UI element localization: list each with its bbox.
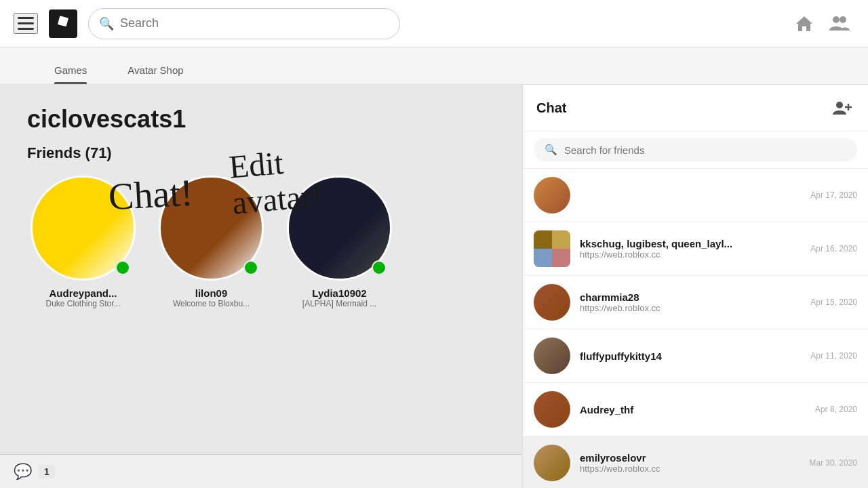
search-container: 🔍 — [88, 8, 400, 39]
chat-info: charmmia28 https://web.roblox.cc — [580, 291, 801, 313]
chat-search-icon: 🔍 — [545, 144, 557, 156]
roblox-logo[interactable] — [49, 9, 77, 38]
nav-item-avatar-shop[interactable]: Avatar Shop — [127, 64, 183, 84]
chat-name: kkschug, lugibest, queen_layl... — [580, 238, 801, 249]
mini-avatar — [552, 230, 570, 249]
chat-date: Apr 17, 2020 — [810, 190, 857, 200]
chat-preview: https://web.roblox.cc — [580, 303, 801, 313]
overlay-edit-text: Editavatar! — [228, 142, 324, 221]
chat-tab-icon[interactable]: 💬 — [14, 463, 32, 481]
chat-list-item[interactable]: Audrey_thf Apr 8, 2020 — [523, 383, 868, 436]
chat-date: Mar 30, 2020 — [809, 458, 857, 468]
chat-info: fluffypuffykitty14 — [580, 350, 801, 362]
chat-list-item[interactable]: fluffypuffykitty14 Apr 11, 2020 — [523, 329, 868, 383]
hamburger-button[interactable] — [14, 13, 38, 34]
username: ciclovescats1 — [27, 105, 495, 134]
chat-list-item[interactable]: charmmia28 https://web.roblox.cc Apr 15,… — [523, 276, 868, 329]
friend-name: lilon09 — [195, 287, 228, 299]
chat-name: charmmia28 — [580, 291, 801, 303]
svg-rect-0 — [58, 16, 68, 26]
chat-name: fluffypuffykitty14 — [580, 350, 801, 362]
overlay-chat-text: Chat! — [107, 171, 194, 218]
header-home-icon[interactable] — [789, 9, 819, 39]
add-friends-icon — [833, 100, 852, 116]
logo-icon — [54, 14, 73, 33]
chat-avatar — [534, 284, 570, 321]
chat-header: Chat — [523, 85, 868, 131]
chat-tab-bar: 💬 1 — [0, 454, 522, 488]
chat-search-input[interactable] — [564, 144, 846, 156]
chat-badge: 1 — [39, 465, 55, 479]
chat-name: Audrey_thf — [580, 404, 806, 415]
mini-avatar — [552, 249, 570, 267]
header-people-icon[interactable] — [825, 9, 854, 39]
chat-list-item[interactable]: kkschug, lugibest, queen_layl... https:/… — [523, 222, 868, 276]
chat-list: Apr 17, 2020 kkschug, lugibest, queen_la… — [523, 169, 868, 488]
friend-name: Lydia10902 — [312, 287, 366, 299]
chat-info: kkschug, lugibest, queen_layl... https:/… — [580, 238, 801, 260]
chat-date: Apr 11, 2020 — [810, 351, 857, 361]
chat-avatar-group — [534, 230, 570, 267]
chat-search-inner: 🔍 — [534, 138, 857, 161]
svg-point-2 — [840, 16, 846, 23]
main-content: ciclovescats1 Chat! Editavatar! Friends … — [0, 85, 868, 488]
chat-preview: https://web.roblox.cc — [580, 249, 801, 260]
mini-avatar — [534, 249, 552, 267]
online-indicator — [372, 260, 387, 275]
chat-avatar — [534, 445, 570, 481]
svg-point-1 — [833, 16, 840, 23]
search-icon: 🔍 — [99, 16, 114, 31]
online-indicator — [243, 260, 258, 275]
chat-list-item[interactable]: Apr 17, 2020 — [523, 169, 868, 222]
search-input[interactable] — [88, 8, 400, 39]
chat-date: Apr 15, 2020 — [810, 298, 857, 307]
nav-bar: Games Avatar Shop — [0, 47, 868, 85]
chat-avatar — [534, 177, 570, 214]
chat-avatar — [534, 391, 570, 428]
header-right — [789, 9, 854, 39]
friend-status: Welcome to Bloxbu... — [173, 299, 250, 308]
hamburger-icon — [18, 17, 34, 30]
chat-title: Chat — [536, 100, 566, 116]
nav-item-games[interactable]: Games — [54, 64, 87, 84]
friend-status: Duke Clothing Stor... — [45, 299, 120, 308]
friend-name: Audreypand... — [49, 287, 117, 299]
chat-info: Audrey_thf — [580, 404, 806, 415]
chat-list-item[interactable]: emilyroselovr https://web.roblox.cc Mar … — [523, 436, 868, 488]
svg-point-3 — [836, 102, 843, 108]
left-panel: ciclovescats1 Chat! Editavatar! Friends … — [0, 85, 522, 488]
chat-search-bar: 🔍 — [523, 131, 868, 169]
online-indicator — [115, 260, 130, 275]
chat-avatar — [534, 338, 570, 374]
chat-panel: Chat 🔍 — [522, 85, 868, 488]
mini-avatar — [534, 230, 552, 249]
chat-date: Apr 8, 2020 — [815, 405, 857, 414]
chat-date: Apr 16, 2020 — [810, 244, 857, 253]
chat-preview: https://web.roblox.cc — [580, 464, 800, 474]
add-friends-button[interactable] — [830, 96, 854, 120]
chat-name: emilyroselovr — [580, 452, 800, 464]
header: 🔍 — [0, 0, 868, 47]
friend-status: [ALPHA] Mermaid ... — [302, 299, 376, 308]
chat-info: emilyroselovr https://web.roblox.cc — [580, 452, 800, 474]
